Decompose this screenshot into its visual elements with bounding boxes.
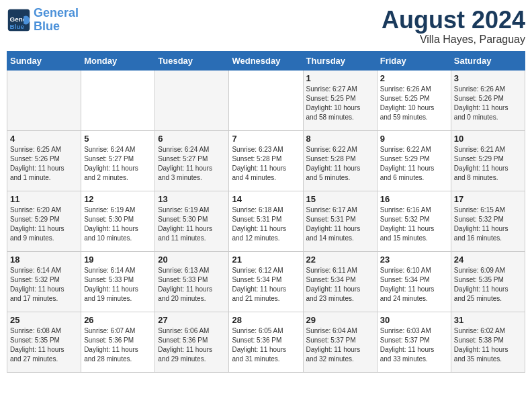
day-info: Sunrise: 6:02 AM Sunset: 5:38 PM Dayligh…: [454, 326, 522, 364]
day-number: 28: [232, 315, 300, 325]
day-info: Sunrise: 6:22 AM Sunset: 5:28 PM Dayligh…: [306, 145, 374, 183]
calendar-empty-cell: [229, 70, 303, 130]
calendar-day-18: 18Sunrise: 6:14 AM Sunset: 5:32 PM Dayli…: [7, 251, 81, 312]
calendar-empty-cell: [81, 70, 155, 130]
day-number: 11: [10, 194, 78, 204]
calendar-day-31: 31Sunrise: 6:02 AM Sunset: 5:38 PM Dayli…: [451, 312, 525, 372]
day-info: Sunrise: 6:16 AM Sunset: 5:32 PM Dayligh…: [380, 205, 448, 243]
day-info: Sunrise: 6:22 AM Sunset: 5:29 PM Dayligh…: [380, 145, 448, 183]
calendar-day-6: 6Sunrise: 6:24 AM Sunset: 5:27 PM Daylig…: [155, 130, 229, 191]
day-number: 23: [380, 255, 448, 265]
calendar-day-25: 25Sunrise: 6:08 AM Sunset: 5:35 PM Dayli…: [7, 312, 81, 372]
day-number: 2: [380, 73, 448, 83]
day-info: Sunrise: 6:07 AM Sunset: 5:36 PM Dayligh…: [84, 326, 152, 364]
day-info: Sunrise: 6:15 AM Sunset: 5:32 PM Dayligh…: [454, 205, 522, 243]
calendar-day-3: 3Sunrise: 6:26 AM Sunset: 5:26 PM Daylig…: [451, 70, 525, 130]
day-info: Sunrise: 6:24 AM Sunset: 5:27 PM Dayligh…: [158, 145, 226, 183]
calendar-day-9: 9Sunrise: 6:22 AM Sunset: 5:29 PM Daylig…: [377, 130, 451, 191]
logo-icon: General Blue: [7, 8, 31, 32]
calendar-week-row: 11Sunrise: 6:20 AM Sunset: 5:29 PM Dayli…: [7, 191, 525, 251]
logo-text: General Blue: [34, 7, 79, 34]
day-number: 21: [232, 255, 300, 265]
calendar-day-23: 23Sunrise: 6:10 AM Sunset: 5:34 PM Dayli…: [377, 251, 451, 312]
day-number: 13: [158, 194, 226, 204]
calendar-empty-cell: [7, 70, 81, 130]
calendar-day-10: 10Sunrise: 6:21 AM Sunset: 5:29 PM Dayli…: [451, 130, 525, 191]
calendar-header-row: SundayMondayTuesdayWednesdayThursdayFrid…: [7, 51, 525, 70]
day-number: 31: [454, 315, 522, 325]
location: Villa Hayes, Paraguay: [382, 34, 525, 46]
calendar-day-1: 1Sunrise: 6:27 AM Sunset: 5:25 PM Daylig…: [303, 70, 377, 130]
calendar-day-4: 4Sunrise: 6:25 AM Sunset: 5:26 PM Daylig…: [7, 130, 81, 191]
calendar-day-26: 26Sunrise: 6:07 AM Sunset: 5:36 PM Dayli…: [81, 312, 155, 372]
page-header: General Blue General Blue August 2024 Vi…: [7, 7, 525, 46]
day-header-friday: Friday: [377, 51, 451, 70]
calendar-day-30: 30Sunrise: 6:03 AM Sunset: 5:37 PM Dayli…: [377, 312, 451, 372]
day-info: Sunrise: 6:08 AM Sunset: 5:35 PM Dayligh…: [10, 326, 78, 364]
day-header-tuesday: Tuesday: [155, 51, 229, 70]
day-info: Sunrise: 6:27 AM Sunset: 5:25 PM Dayligh…: [306, 85, 374, 122]
calendar-table: SundayMondayTuesdayWednesdayThursdayFrid…: [7, 51, 525, 373]
day-info: Sunrise: 6:26 AM Sunset: 5:25 PM Dayligh…: [380, 85, 448, 122]
day-info: Sunrise: 6:12 AM Sunset: 5:34 PM Dayligh…: [232, 266, 300, 304]
calendar-day-2: 2Sunrise: 6:26 AM Sunset: 5:25 PM Daylig…: [377, 70, 451, 130]
calendar-day-29: 29Sunrise: 6:04 AM Sunset: 5:37 PM Dayli…: [303, 312, 377, 372]
day-info: Sunrise: 6:25 AM Sunset: 5:26 PM Dayligh…: [10, 145, 78, 183]
day-number: 26: [84, 315, 152, 325]
day-number: 5: [84, 134, 152, 144]
day-number: 29: [306, 315, 374, 325]
calendar-week-row: 25Sunrise: 6:08 AM Sunset: 5:35 PM Dayli…: [7, 312, 525, 372]
day-number: 10: [454, 134, 522, 144]
calendar-day-20: 20Sunrise: 6:13 AM Sunset: 5:33 PM Dayli…: [155, 251, 229, 312]
day-number: 30: [380, 315, 448, 325]
day-info: Sunrise: 6:21 AM Sunset: 5:29 PM Dayligh…: [454, 145, 522, 183]
calendar-day-17: 17Sunrise: 6:15 AM Sunset: 5:32 PM Dayli…: [451, 191, 525, 251]
calendar-week-row: 18Sunrise: 6:14 AM Sunset: 5:32 PM Dayli…: [7, 251, 525, 312]
calendar-day-11: 11Sunrise: 6:20 AM Sunset: 5:29 PM Dayli…: [7, 191, 81, 251]
day-info: Sunrise: 6:10 AM Sunset: 5:34 PM Dayligh…: [380, 266, 448, 304]
day-header-sunday: Sunday: [7, 51, 81, 70]
day-info: Sunrise: 6:09 AM Sunset: 5:35 PM Dayligh…: [454, 266, 522, 304]
day-info: Sunrise: 6:03 AM Sunset: 5:37 PM Dayligh…: [380, 326, 448, 364]
day-info: Sunrise: 6:23 AM Sunset: 5:28 PM Dayligh…: [232, 145, 300, 183]
day-info: Sunrise: 6:05 AM Sunset: 5:36 PM Dayligh…: [232, 326, 300, 364]
day-info: Sunrise: 6:04 AM Sunset: 5:37 PM Dayligh…: [306, 326, 374, 364]
day-number: 27: [158, 315, 226, 325]
calendar-day-14: 14Sunrise: 6:18 AM Sunset: 5:31 PM Dayli…: [229, 191, 303, 251]
day-number: 24: [454, 255, 522, 265]
calendar-day-22: 22Sunrise: 6:11 AM Sunset: 5:34 PM Dayli…: [303, 251, 377, 312]
calendar-empty-cell: [155, 70, 229, 130]
day-number: 7: [232, 134, 300, 144]
day-number: 25: [10, 315, 78, 325]
calendar-day-19: 19Sunrise: 6:14 AM Sunset: 5:33 PM Dayli…: [81, 251, 155, 312]
day-number: 12: [84, 194, 152, 204]
svg-text:Blue: Blue: [10, 22, 25, 30]
day-info: Sunrise: 6:17 AM Sunset: 5:31 PM Dayligh…: [306, 205, 374, 243]
calendar-week-row: 4Sunrise: 6:25 AM Sunset: 5:26 PM Daylig…: [7, 130, 525, 191]
day-header-thursday: Thursday: [303, 51, 377, 70]
calendar-day-21: 21Sunrise: 6:12 AM Sunset: 5:34 PM Dayli…: [229, 251, 303, 312]
day-number: 8: [306, 134, 374, 144]
day-header-monday: Monday: [81, 51, 155, 70]
day-number: 22: [306, 255, 374, 265]
calendar-day-28: 28Sunrise: 6:05 AM Sunset: 5:36 PM Dayli…: [229, 312, 303, 372]
day-info: Sunrise: 6:20 AM Sunset: 5:29 PM Dayligh…: [10, 205, 78, 243]
month-title: August 2024: [382, 7, 525, 34]
calendar-day-27: 27Sunrise: 6:06 AM Sunset: 5:36 PM Dayli…: [155, 312, 229, 372]
day-number: 17: [454, 194, 522, 204]
day-header-wednesday: Wednesday: [229, 51, 303, 70]
day-info: Sunrise: 6:26 AM Sunset: 5:26 PM Dayligh…: [454, 85, 522, 122]
calendar-day-8: 8Sunrise: 6:22 AM Sunset: 5:28 PM Daylig…: [303, 130, 377, 191]
logo-general: General: [34, 6, 79, 19]
day-info: Sunrise: 6:14 AM Sunset: 5:32 PM Dayligh…: [10, 266, 78, 304]
day-info: Sunrise: 6:18 AM Sunset: 5:31 PM Dayligh…: [232, 205, 300, 243]
day-number: 14: [232, 194, 300, 204]
day-info: Sunrise: 6:13 AM Sunset: 5:33 PM Dayligh…: [158, 266, 226, 304]
logo: General Blue General Blue: [7, 7, 79, 34]
day-number: 9: [380, 134, 448, 144]
calendar-week-row: 1Sunrise: 6:27 AM Sunset: 5:25 PM Daylig…: [7, 70, 525, 130]
logo-blue: Blue: [34, 19, 60, 33]
calendar-day-16: 16Sunrise: 6:16 AM Sunset: 5:32 PM Dayli…: [377, 191, 451, 251]
day-info: Sunrise: 6:19 AM Sunset: 5:30 PM Dayligh…: [158, 205, 226, 243]
day-info: Sunrise: 6:14 AM Sunset: 5:33 PM Dayligh…: [84, 266, 152, 304]
